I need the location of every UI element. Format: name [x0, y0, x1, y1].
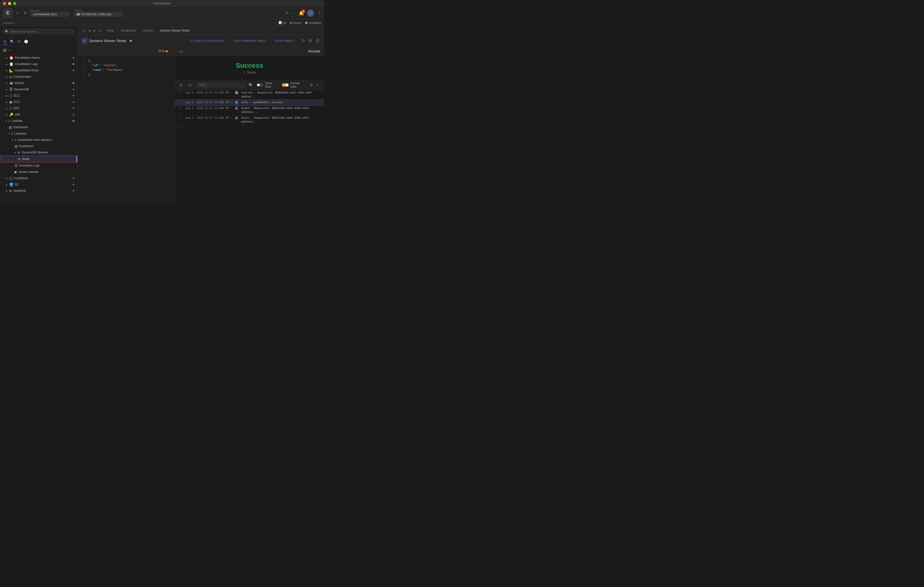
- sidebar-item-lambda-dashboard[interactable]: ▤ Dashboard: [0, 124, 78, 131]
- sidebar-item-ec2[interactable]: ▶ ⬡ EC2: [0, 93, 78, 99]
- account-select[interactable]: commandeer-docs: [31, 12, 69, 17]
- main-content: ⏮ ◀ ▶ ⏭ Home → DynamoDB → Lambda → Dynam…: [78, 26, 324, 206]
- sidebar-item-label: EC2: [13, 94, 71, 98]
- toolbar-settings-btn[interactable]: ⚙: [17, 39, 21, 44]
- sidebar-extras: ⊞ −: [0, 46, 78, 55]
- run-button[interactable]: RUN ▶: [157, 48, 171, 54]
- filter-input[interactable]: [197, 82, 245, 88]
- log-line[interactable]: 1 Aug 2, 2020 11:37:12:000 PM – ■ Starte…: [175, 90, 324, 100]
- sidebar-item-iam[interactable]: ▶ 🔑 IAM: [0, 111, 78, 118]
- edit-button[interactable]: ✎: [285, 10, 290, 16]
- status-dot: [73, 107, 74, 109]
- sidebar-item-ecs[interactable]: ▶ ▣ ECS: [0, 99, 78, 105]
- sidebar-grid-icon[interactable]: ⊞: [3, 48, 7, 53]
- log-level-badge: ■: [235, 106, 238, 110]
- breadcrumb-first[interactable]: ⏮: [81, 28, 86, 33]
- sidebar-item-function-dashboard[interactable]: ▤ Dashboard: [0, 143, 78, 149]
- sidebar-item-lambda[interactable]: ▾ λ Lambda: [0, 118, 78, 124]
- panel-right-actions: ↻ ⚙ ☰: [300, 37, 320, 44]
- help-button[interactable]: ?: [317, 10, 321, 16]
- panel-title-text: Dynamo Stream Tester: [89, 39, 126, 43]
- view-dynamodb-table-button[interactable]: VIEW DYNAMODB TABLE ›: [232, 38, 268, 43]
- success-text: Success: [180, 62, 318, 69]
- sidebar-item-label: Lambdas: [15, 132, 74, 135]
- breadcrumb-bar: ⏮ ◀ ▶ ⏭ Home → DynamoDB → Lambda → Dynam…: [78, 26, 324, 35]
- region-select[interactable]: 🇺🇸 US West (N. California): [74, 12, 123, 17]
- sidebar-item-localstack[interactable]: ▶ ◫ LocalStack: [0, 175, 78, 181]
- title-bar: Commandeer: [0, 0, 324, 7]
- filter-search-btn[interactable]: 🔍: [248, 82, 254, 88]
- sidebar-item-invocation-logs[interactable]: ☰ Invocation Logs: [0, 162, 78, 169]
- log-table: 1 Aug 2, 2020 11:37:12:000 PM – ■ Starte…: [175, 90, 324, 206]
- panel-lines-button[interactable]: ☰: [315, 37, 320, 44]
- format-data-toggle-btn[interactable]: [282, 83, 289, 87]
- breadcrumb-nav: ⏮ ◀ ▶ ⏭: [81, 28, 102, 33]
- sidebar-item-label: Dashboard: [19, 144, 74, 148]
- log-line[interactable]: 5: [175, 125, 324, 131]
- view-cloudwatch-button[interactable]: ☰ VIEW IN CLOUDWATCH ›: [189, 38, 227, 43]
- sidebar-item-invoke-lambda[interactable]: ▶ Invoke Lambda: [0, 169, 78, 175]
- docker-icon: 🐳: [9, 81, 13, 85]
- add-button[interactable]: +: [15, 10, 20, 16]
- panel-header-full: ≋ Dynamo Stream Tester ☰ VIEW IN CLOUDWA…: [78, 35, 324, 46]
- log-line[interactable]: 2 Aug 2, 2020 11:37:12:000 PM – ■ Info –…: [175, 100, 324, 106]
- breadcrumb-lambda[interactable]: Lambda: [142, 29, 153, 32]
- code-editor[interactable]: 1 { 2 "id": "testId", 3 "name": "testNam…: [78, 56, 175, 206]
- copy-btn[interactable]: ⧉: [309, 82, 314, 88]
- expand-icon: ▾: [15, 151, 16, 154]
- maximize-button[interactable]: [13, 2, 16, 5]
- show-data-toggle-btn[interactable]: [257, 83, 264, 87]
- battle-streams-icon: ≋: [18, 157, 21, 161]
- breadcrumb-current: Dynamo Stream Tester: [160, 29, 190, 32]
- panel-settings-button[interactable]: ⚙: [308, 37, 313, 44]
- expand-icon: ▾: [6, 120, 7, 122]
- log-line[interactable]: 3 Aug 2, 2020 11:37:12:000 PM – ■ Ended …: [175, 106, 324, 115]
- toolbar-search-btn[interactable]: 🔍: [9, 39, 15, 44]
- status-dot: [73, 63, 74, 65]
- search-wrap: 🔍: [3, 29, 74, 35]
- sidebar-collapse-icon[interactable]: −: [8, 48, 11, 53]
- sidebar-item-dynamodb-streams[interactable]: ▾ ≋ DynamoDB Streams: [0, 149, 78, 155]
- sidebar-item-eks[interactable]: ▶ ⎔ EKS: [0, 105, 78, 111]
- code-view-btn[interactable]: ◁▷: [186, 82, 194, 88]
- breadcrumb-last[interactable]: ⏭: [97, 28, 102, 33]
- stack-count: 📊 (4): [279, 21, 286, 24]
- panel-refresh-button[interactable]: ↻: [300, 37, 306, 44]
- sidebar-item-cloudwatch-alarms[interactable]: ▶ ⏰ CloudWatch Alarms: [0, 55, 78, 61]
- expand-icon: ▶: [6, 94, 8, 97]
- sidebar-item-cloudwatch-rules[interactable]: ▶ 📐 CloudWatch Rules: [0, 67, 78, 74]
- sidebar-item-sendgrid[interactable]: ▶ ✉ SendGrid: [0, 188, 78, 194]
- sidebar-item-cloudwatch-logs[interactable]: ▶ 📋 CloudWatch Logs: [0, 61, 78, 67]
- breadcrumb-dynamodb[interactable]: DynamoDB: [121, 29, 135, 32]
- notifications-button[interactable]: 🔔 1: [299, 10, 304, 16]
- sidebar-item-battle[interactable]: ≋ Battle: [0, 155, 78, 162]
- search-input[interactable]: [10, 30, 72, 33]
- app-logo[interactable]: C: [3, 8, 13, 18]
- menu-icon-btn[interactable]: ☰: [178, 82, 184, 88]
- breadcrumb-next[interactable]: ▶: [92, 28, 97, 33]
- minimize-button[interactable]: [8, 2, 11, 5]
- log-line[interactable]: 4 Aug 2, 2020 11:37:12:000 PM – ■ Stats …: [175, 115, 324, 125]
- refresh-button[interactable]: ↻: [23, 10, 28, 16]
- sidebar-item-dynamodb[interactable]: ▶ 🗄 DynamoDB: [0, 86, 78, 93]
- arrow-button[interactable]: ›: [293, 10, 296, 16]
- sidebar-item-function[interactable]: ▾ λ commander-docs-dynamo-stream-dev: [0, 137, 78, 143]
- toolbar-history-btn[interactable]: 🕐: [23, 39, 29, 44]
- sidebar-item-commandeer[interactable]: ▶ ◎ Commandeer: [0, 74, 78, 80]
- user-avatar[interactable]: 👤: [307, 10, 314, 17]
- share-btn[interactable]: ⇪: [315, 82, 320, 88]
- sidebar-toolbar: ⊞ 🔍 ⚙ 🕐: [0, 37, 78, 46]
- breadcrumb-prev[interactable]: ◀: [87, 28, 91, 33]
- sidebar-item-docker[interactable]: ▶ 🐳 Docker: [0, 80, 78, 86]
- close-button[interactable]: [3, 2, 6, 5]
- sidebar-item-label: ECS: [14, 100, 71, 104]
- toolbar-grid-btn[interactable]: ⊞: [3, 39, 7, 45]
- expand-icon: ▶: [6, 63, 8, 66]
- view-lambda-button[interactable]: VIEW LAMBDA ›: [274, 38, 297, 43]
- sidebar-item-lambdas[interactable]: ▾ λ Lambdas: [0, 131, 78, 137]
- sidebar-item-label: IAM: [15, 113, 71, 116]
- breadcrumb-home[interactable]: Home: [106, 29, 114, 32]
- status-dot: [73, 114, 74, 116]
- sidebar-item-s3[interactable]: ▶ 🪣 S3: [0, 181, 78, 188]
- dashboard-icon: ▤: [15, 144, 18, 148]
